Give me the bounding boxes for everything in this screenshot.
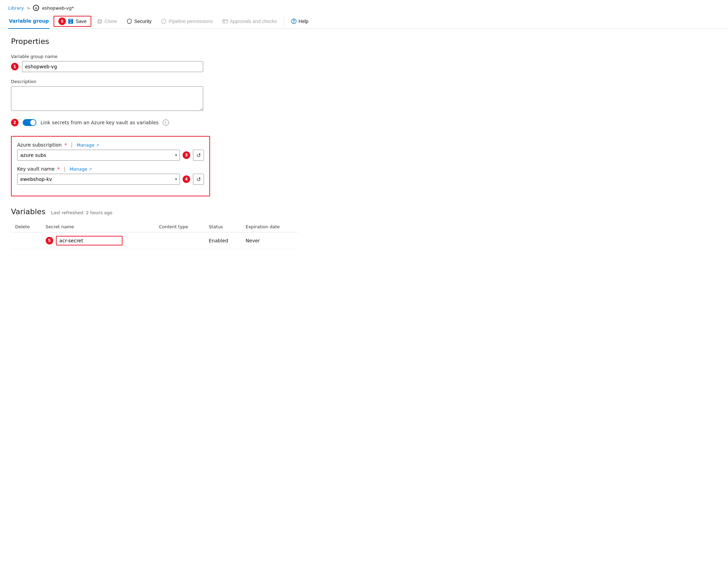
badge-2: 2: [11, 119, 19, 126]
expiration-date-cell: Never: [242, 232, 298, 249]
svg-rect-0: [98, 20, 101, 23]
content-type-cell: [155, 232, 205, 249]
breadcrumb-current-page: eshopweb-vg*: [42, 5, 74, 11]
security-label: Security: [134, 19, 152, 24]
variables-title: Variables: [11, 207, 46, 216]
toolbar-separator: [284, 17, 284, 25]
key-vault-select[interactable]: ewebshop-kv: [17, 174, 180, 185]
col-status: Status: [205, 221, 241, 232]
toggle-label: Link secrets from an Azure key vault as …: [41, 120, 159, 125]
pipeline-permissions-label: Pipeline permissions: [169, 19, 212, 24]
last-refreshed-label: Last refreshed: 2 hours ago: [51, 210, 113, 215]
variable-group-name-field: Variable group name 1: [11, 54, 298, 72]
clone-button[interactable]: Clone: [93, 16, 121, 27]
variable-group-name-label: Variable group name: [11, 54, 298, 59]
badge-4: 4: [183, 175, 190, 183]
azure-manage-link[interactable]: Manage ↗: [77, 142, 99, 148]
description-field: Description: [11, 79, 298, 112]
azure-subscription-refresh-button[interactable]: ↺: [193, 150, 204, 161]
badge-3: 3: [183, 151, 190, 159]
security-icon: [127, 19, 132, 24]
toggle-knob: [30, 120, 36, 125]
variables-table-header: Delete Secret name Content type Status E…: [11, 221, 298, 232]
svg-rect-1: [99, 20, 102, 23]
pipeline-permissions-icon: [161, 19, 166, 24]
variables-header: Variables Last refreshed: 2 hours ago: [11, 207, 298, 216]
tab-variable-group-label: Variable group: [9, 18, 49, 24]
tab-variable-group[interactable]: Variable group: [8, 14, 49, 29]
save-button[interactable]: 6 Save: [54, 16, 91, 27]
col-delete: Delete: [11, 221, 42, 232]
variables-table-body: 5 Enabled Never: [11, 232, 298, 249]
approvals-checks-label: Approvals and checks: [230, 19, 277, 24]
breadcrumb-icon: ⊙: [33, 5, 39, 11]
main-content: Properties Variable group name 1 Descrip…: [0, 29, 309, 257]
azure-subscription-select[interactable]: azure subs: [17, 150, 180, 161]
variables-table: Delete Secret name Content type Status E…: [11, 221, 298, 249]
key-vault-select-wrapper: ewebshop-kv ▾: [17, 174, 180, 185]
azure-required-star: *: [65, 142, 67, 148]
pipeline-permissions-button[interactable]: Pipeline permissions: [157, 16, 217, 27]
save-label: Save: [76, 19, 86, 24]
key-vault-manage-link[interactable]: Manage ↗: [70, 166, 92, 172]
help-button[interactable]: Help: [287, 16, 313, 27]
secret-name-input[interactable]: [56, 236, 123, 245]
azure-subscription-header: Azure subscription * | Manage ↗: [17, 142, 204, 148]
breadcrumb-library-link[interactable]: Library: [8, 5, 24, 11]
keyvault-toggle[interactable]: [23, 119, 36, 126]
badge-5: 5: [46, 237, 53, 244]
external-link-icon: ↗: [96, 143, 99, 148]
external-link-icon-2: ↗: [89, 167, 92, 172]
key-vault-name-label: Key vault name: [17, 166, 55, 172]
azure-subscription-select-wrapper: azure subs ▾: [17, 150, 180, 161]
key-vault-row: ewebshop-kv ▾ 4 ↺: [17, 174, 204, 185]
variable-group-name-input[interactable]: [22, 61, 203, 72]
delete-cell: [11, 232, 42, 249]
approvals-checks-button[interactable]: Approvals and checks: [218, 16, 281, 27]
help-icon: [291, 19, 297, 24]
clone-label: Clone: [104, 19, 117, 24]
key-vault-refresh-button[interactable]: ↺: [193, 174, 204, 185]
refresh-icon: ↺: [196, 152, 201, 159]
secret-name-wrapper: 5: [46, 236, 151, 245]
key-vault-required-star: *: [57, 166, 60, 172]
status-cell: Enabled: [205, 232, 241, 249]
breadcrumb-separator: >: [26, 5, 30, 11]
toggle-row: 2 Link secrets from an Azure key vault a…: [11, 119, 298, 126]
col-expiration-date: Expiration date: [242, 221, 298, 232]
save-badge: 6: [58, 18, 66, 25]
description-label: Description: [11, 79, 298, 84]
save-icon: [68, 19, 73, 24]
info-icon[interactable]: i: [163, 119, 169, 126]
table-row: 5 Enabled Never: [11, 232, 298, 249]
svg-rect-2: [223, 20, 228, 23]
breadcrumb: Library > ⊙ eshopweb-vg*: [0, 0, 728, 14]
keyvault-section: Azure subscription * | Manage ↗ azure su…: [11, 136, 210, 196]
svg-point-4: [293, 22, 294, 23]
description-input[interactable]: [11, 86, 203, 111]
azure-subscription-label: Azure subscription: [17, 142, 62, 148]
badge-1: 1: [11, 63, 19, 70]
secret-name-cell: 5: [42, 232, 155, 249]
approvals-icon: [222, 19, 228, 24]
key-vault-header: Key vault name * | Manage ↗: [17, 166, 204, 172]
properties-title: Properties: [11, 37, 298, 46]
azure-subscription-row: azure subs ▾ 3 ↺: [17, 150, 204, 161]
refresh-icon-2: ↺: [196, 176, 201, 183]
col-secret-name: Secret name: [42, 221, 155, 232]
security-button[interactable]: Security: [123, 16, 156, 27]
toolbar: Variable group 6 Save Clone Security Pip…: [0, 14, 728, 29]
col-content-type: Content type: [155, 221, 205, 232]
clone-icon: [97, 19, 102, 24]
help-label: Help: [299, 19, 309, 24]
